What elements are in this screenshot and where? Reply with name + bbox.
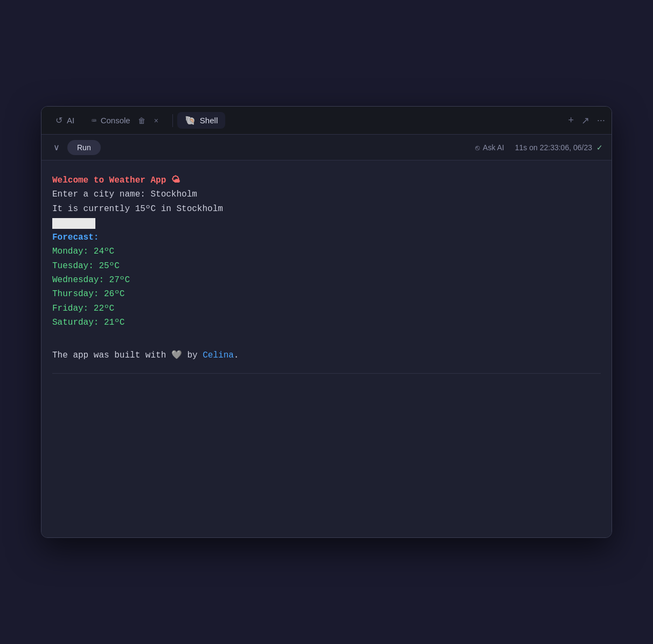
app-window: ↺ AI ⌨️ Console 🗑 × 🐚 Shell + ↗ ··· ∨ R (41, 106, 612, 538)
tab-console-label: Console (101, 116, 130, 125)
cursor-block (52, 218, 95, 229)
timestamp-area: 11s on 22:33:06, 06/23 ✓ (515, 143, 603, 152)
tab-ai-label: AI (67, 116, 74, 125)
add-tab-button[interactable]: + (568, 115, 574, 126)
terminal-bottom-border (52, 373, 601, 374)
tab-console[interactable]: ⌨️ Console 🗑 × (84, 112, 168, 129)
tab-bar: ↺ AI ⌨️ Console 🗑 × 🐚 Shell + ↗ ··· (41, 107, 612, 135)
shell-icon: 🐚 (185, 115, 196, 125)
built-suffix: . (234, 351, 239, 360)
ask-ai-label: Ask AI (483, 143, 504, 152)
ask-ai-icon: ⎋ (475, 143, 480, 152)
checkmark-icon: ✓ (596, 143, 603, 152)
console-tab-actions: 🗑 × (136, 115, 161, 126)
ask-ai-button[interactable]: ⎋ Ask AI (475, 143, 504, 152)
built-line: The app was built with 🩶 by Celina. (52, 348, 601, 362)
run-button[interactable]: Run (67, 140, 101, 155)
tab-shell-label: Shell (200, 116, 218, 125)
city-prompt-line: Enter a city name: Stockholm (52, 187, 601, 201)
console-icon: ⌨️ (92, 116, 96, 125)
terminal-output: Welcome to Weather App 🌤 Enter a city na… (41, 160, 612, 537)
forecast-wednesday: Wednesday: 27ºC (52, 273, 601, 287)
forecast-monday: Monday: 24ºC (52, 244, 601, 258)
cursor-line (52, 216, 601, 230)
ai-icon: ↺ (55, 115, 62, 125)
console-trash-icon[interactable]: 🗑 (136, 115, 148, 126)
built-prefix: The app was built with 🩶 by (52, 351, 203, 360)
toolbar-right: ⎋ Ask AI 11s on 22:33:06, 06/23 ✓ (475, 143, 603, 152)
expand-button[interactable]: ↗ (581, 115, 589, 127)
toolbar: ∨ Run ⎋ Ask AI 11s on 22:33:06, 06/23 ✓ (41, 135, 612, 160)
chevron-down-icon[interactable]: ∨ (50, 140, 63, 155)
current-temp-line: It is currently 15ºC in Stockholm (52, 202, 601, 216)
tab-divider (172, 114, 173, 127)
timestamp-text: 11s on 22:33:06, 06/23 (515, 143, 592, 152)
toolbar-left: ∨ Run (50, 140, 101, 155)
tab-shell[interactable]: 🐚 Shell (177, 112, 225, 129)
tab-bar-actions: + ↗ ··· (568, 115, 605, 127)
forecast-saturday: Saturday: 21ºC (52, 316, 601, 330)
forecast-tuesday: Tuesday: 25ºC (52, 259, 601, 273)
welcome-line: Welcome to Weather App 🌤 (52, 173, 601, 187)
more-button[interactable]: ··· (597, 115, 605, 126)
author-name: Celina (203, 351, 234, 360)
forecast-label: Forecast: (52, 230, 601, 244)
tab-ai[interactable]: ↺ AI (48, 112, 82, 129)
console-close-icon[interactable]: × (152, 115, 161, 126)
forecast-thursday: Thursday: 26ºC (52, 287, 601, 301)
forecast-friday: Friday: 22ºC (52, 302, 601, 316)
